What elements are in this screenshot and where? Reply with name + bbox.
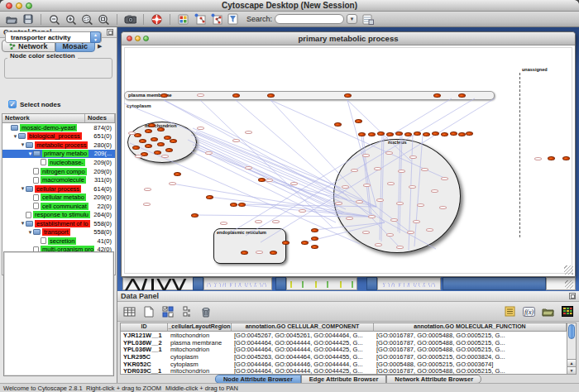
table-column-header[interactable]: annotation.GO MOLECULAR_FUNCTION — [374, 323, 567, 332]
network-node[interactable] — [432, 131, 439, 136]
network-node[interactable] — [148, 123, 156, 127]
network-node[interactable] — [174, 172, 181, 176]
tree-row[interactable]: secretion41(0) — [2, 237, 115, 246]
edit-network-2-icon[interactable] — [210, 13, 223, 25]
table-row[interactable]: YJR121W__1mitochondrion[GO:0045267, GO:0… — [121, 332, 567, 339]
network-node[interactable] — [423, 132, 430, 136]
table-column-header[interactable]: _cellularLayoutRegion — [168, 323, 232, 332]
background-window-sliver[interactable] — [286, 277, 357, 290]
network-node-labeled[interactable] — [439, 206, 447, 209]
network-node[interactable] — [414, 131, 421, 136]
network-node-labeled[interactable] — [426, 228, 433, 232]
network-node-labeled[interactable] — [390, 218, 398, 222]
birdseye-view[interactable] — [3, 251, 114, 376]
network-node[interactable] — [165, 148, 173, 152]
network-node[interactable] — [270, 251, 277, 255]
network-node-labeled[interactable] — [375, 243, 382, 246]
network-node-labeled[interactable] — [431, 189, 438, 193]
tree-row[interactable]: ▼biological_process651(0) — [2, 132, 115, 141]
network-node[interactable] — [458, 132, 466, 136]
float-panel-icon[interactable] — [569, 293, 576, 299]
background-window-titlebar[interactable] — [193, 277, 203, 290]
scrollbar-thumb[interactable] — [568, 324, 575, 339]
network-node-labeled[interactable] — [135, 155, 142, 158]
network-node-labeled[interactable] — [409, 185, 416, 189]
attribute-matrix-icon[interactable] — [179, 304, 194, 318]
network-node[interactable] — [145, 129, 152, 133]
network-node-labeled[interactable] — [335, 202, 342, 205]
network-node[interactable] — [238, 203, 246, 207]
tree-row[interactable]: nitrogen compo209(0) — [2, 167, 115, 176]
network-node[interactable] — [132, 146, 140, 150]
network-node[interactable] — [301, 241, 309, 245]
network-node[interactable] — [433, 93, 441, 98]
app-titlebar[interactable]: Cytoscape Desktop (New Session) — [0, 0, 579, 12]
network-window-titlebar[interactable]: primary metabolic process — [122, 32, 575, 45]
tree-row[interactable]: cellular metabo209(0) — [2, 193, 115, 202]
network-node-labeled[interactable] — [128, 131, 136, 135]
network-node[interactable] — [358, 132, 366, 136]
network-node-labeled[interactable] — [413, 220, 420, 223]
network-node-labeled[interactable] — [256, 251, 263, 254]
network-node-labeled[interactable] — [387, 182, 395, 185]
background-window-sliver[interactable] — [203, 277, 272, 290]
save-icon[interactable] — [22, 13, 34, 25]
network-node[interactable] — [232, 93, 240, 98]
network-node-labeled[interactable] — [197, 93, 204, 97]
snapshot-icon[interactable] — [124, 13, 136, 25]
network-node-labeled[interactable] — [245, 166, 252, 170]
tree-row[interactable]: ▼transport558(0) — [2, 228, 115, 237]
network-node[interactable] — [258, 178, 266, 182]
network-node[interactable] — [170, 139, 177, 143]
network-node[interactable] — [160, 93, 168, 98]
network-node[interactable] — [267, 93, 275, 98]
help-icon[interactable] — [151, 13, 163, 25]
network-node-labeled[interactable] — [245, 131, 252, 134]
delete-attribute-icon[interactable] — [199, 304, 213, 318]
search-input[interactable] — [275, 14, 344, 24]
network-node[interactable] — [450, 131, 457, 136]
tree-row[interactable]: mosaic-demo-yeast874(0) — [2, 123, 115, 132]
network-node-labeled[interactable] — [362, 154, 370, 157]
expand-arrow-icon[interactable]: ▼ — [20, 221, 26, 226]
table-row[interactable]: YPL036W__1mitochondrion[GO:0044464, GO:0… — [121, 346, 567, 353]
network-node-labeled[interactable] — [342, 185, 349, 189]
network-node[interactable] — [157, 142, 165, 146]
network-node-labeled[interactable] — [266, 179, 273, 182]
node-color-dropdown[interactable]: transporter activity ▲▼ — [5, 31, 102, 43]
network-node[interactable] — [139, 139, 146, 143]
network-node-labeled[interactable] — [144, 188, 151, 191]
tree-row[interactable]: ▼cellular process614(0) — [2, 184, 115, 194]
network-node[interactable] — [311, 245, 318, 249]
edit-network-1-icon[interactable] — [194, 13, 206, 25]
vizmapper-icon[interactable] — [177, 13, 189, 25]
network-node[interactable] — [344, 93, 352, 98]
network-node-labeled[interactable] — [272, 220, 280, 223]
network-node[interactable] — [241, 251, 248, 255]
network-node-labeled[interactable] — [351, 169, 358, 172]
select-nodes-checkbox[interactable]: ✓ — [8, 100, 17, 108]
expand-arrow-icon[interactable]: ▼ — [20, 142, 26, 147]
network-node[interactable] — [441, 132, 448, 136]
network-node-labeled[interactable] — [290, 182, 298, 185]
tree-col-network[interactable]: Network — [2, 114, 85, 122]
float-panel-icon[interactable] — [107, 29, 113, 36]
network-node-labeled[interactable] — [169, 182, 176, 185]
network-node-labeled[interactable] — [363, 184, 371, 187]
network-node-labeled[interactable] — [205, 151, 213, 155]
network-node[interactable] — [466, 131, 473, 136]
background-window-titlebar[interactable] — [275, 277, 286, 290]
table-row[interactable]: YPL036W__2plasma membrane[GO:0044464, GO… — [121, 339, 567, 347]
network-node[interactable] — [311, 237, 318, 241]
table-row[interactable]: YDR039C__1mitochondrion[GO:0044464, GO:0… — [121, 367, 567, 375]
tab-overflow-arrow[interactable]: ▶ — [98, 43, 102, 50]
background-window-sliver[interactable] — [122, 277, 194, 290]
attribute-list-icon[interactable] — [503, 304, 517, 318]
tree-row[interactable]: nucleobase-209(0) — [2, 158, 115, 167]
tree-col-nodes[interactable]: Nodes — [85, 114, 115, 122]
background-window-sliver[interactable] — [546, 277, 576, 290]
network-node-labeled[interactable] — [255, 220, 262, 223]
network-node[interactable] — [386, 132, 394, 136]
network-node-labeled[interactable] — [396, 246, 404, 249]
zoom-fit-icon[interactable] — [98, 13, 110, 25]
